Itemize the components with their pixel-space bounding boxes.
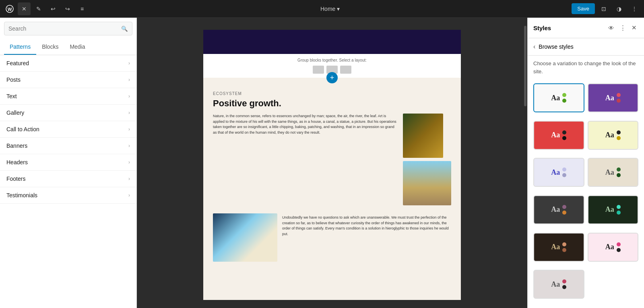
undo-button[interactable]: ↩	[47, 2, 60, 15]
style-card-pink[interactable]: Aa	[588, 233, 639, 262]
chevron-right-icon: ›	[128, 176, 130, 182]
top-bar-center: Home ▾	[90, 6, 570, 12]
tab-patterns[interactable]: Patterns	[4, 39, 36, 55]
list-view-button[interactable]: ≡	[76, 2, 89, 15]
tab-media[interactable]: Media	[64, 39, 91, 55]
style-card-dark-gray[interactable]: Aa	[533, 195, 584, 224]
section-title: Positive growth.	[213, 98, 451, 109]
pattern-item-footers[interactable]: Footers ›	[0, 171, 136, 187]
more-panel-button[interactable]: ⋮	[618, 23, 627, 33]
style-card-yellow[interactable]: Aa	[588, 121, 639, 150]
tab-bar: Patterns Blocks Media	[0, 39, 136, 55]
coast-image	[213, 213, 277, 262]
close-panel-button[interactable]: ✕	[630, 23, 638, 33]
home-link[interactable]: Home ▾	[320, 6, 340, 12]
style-card-gray[interactable]: Aa	[533, 270, 584, 299]
content-section: ECOSYSTEM Positive growth. Nature, in th…	[203, 83, 461, 213]
layout-option-3[interactable]	[340, 66, 351, 74]
pattern-item-testimonials[interactable]: Testimonials ›	[0, 187, 136, 204]
pattern-list: Featured › Posts › Text › Gallery › Call…	[0, 55, 136, 308]
redo-button[interactable]: ↪	[61, 2, 74, 15]
pattern-item-headers[interactable]: Headers ›	[0, 154, 136, 171]
view-toggle-button[interactable]: ⊡	[597, 2, 610, 15]
chevron-right-icon: ›	[128, 143, 130, 149]
chevron-right-icon: ›	[128, 60, 130, 66]
preview-header	[203, 30, 461, 54]
pattern-item-banners[interactable]: Banners ›	[0, 138, 136, 154]
style-card-purple[interactable]: Aa	[588, 83, 639, 112]
wp-logo[interactable]: W	[3, 2, 16, 15]
ecosystem-label: ECOSYSTEM	[213, 91, 451, 96]
body-text: Nature, in the common sense, refers to e…	[213, 114, 398, 205]
style-card-dark-brown[interactable]: Aa	[533, 233, 584, 262]
search-box: 🔍	[4, 22, 132, 35]
section-body: Nature, in the common sense, refers to e…	[213, 114, 451, 205]
style-card-lavender[interactable]: Aa	[533, 158, 584, 187]
add-block-button[interactable]: +	[326, 72, 338, 83]
pattern-item-gallery[interactable]: Gallery ›	[0, 105, 136, 121]
panel-header: Styles 👁 ⋮ ✕	[528, 18, 644, 38]
style-card-default[interactable]: Aa	[533, 83, 584, 112]
chevron-right-icon: ›	[128, 159, 130, 165]
browse-description: Choose a variation to change the look of…	[528, 56, 644, 79]
top-bar: W ✕ ✎ ↩ ↪ ≡ Home ▾ Save ⊡ ◑ ⋮	[0, 0, 644, 18]
forest-image	[403, 114, 443, 158]
search-icon-button[interactable]: 🔍	[117, 23, 132, 35]
style-card-sand[interactable]: Aa	[588, 158, 639, 187]
style-card-red[interactable]: Aa	[533, 121, 584, 150]
bottom-text: Undoubtedly we have no questions to ask …	[282, 213, 451, 262]
chevron-right-icon: ›	[128, 93, 130, 99]
contrast-button[interactable]: ◑	[613, 2, 625, 15]
pattern-item-posts[interactable]: Posts ›	[0, 72, 136, 88]
bottom-section: Undoubtedly we have no questions to ask …	[203, 213, 461, 270]
back-button[interactable]: ‹	[533, 43, 535, 50]
chevron-right-icon: ›	[128, 192, 130, 198]
tab-blocks[interactable]: Blocks	[36, 39, 64, 55]
edit-icon[interactable]: ✎	[32, 2, 45, 15]
page-preview: Group blocks together. Select a layout: …	[203, 30, 461, 300]
style-card-dark-green[interactable]: Aa	[588, 195, 639, 224]
close-button[interactable]: ✕	[18, 2, 31, 15]
browse-styles-title: Browse styles	[539, 43, 573, 50]
chevron-right-icon: ›	[128, 110, 130, 116]
windmill-image	[403, 161, 451, 205]
top-bar-right: Save ⊡ ◑ ⋮	[572, 2, 641, 15]
svg-text:W: W	[8, 7, 12, 12]
panel-header-right: 👁 ⋮ ✕	[607, 23, 638, 33]
main-layout: 🔍 Patterns Blocks Media Featured › Posts…	[0, 18, 644, 308]
group-blocks-text: Group blocks together. Select a layout:	[297, 58, 367, 62]
chevron-right-icon: ›	[128, 77, 130, 83]
browse-styles-header: ‹ Browse styles	[528, 38, 644, 56]
scrollbar-thumb[interactable]	[524, 26, 526, 106]
image-column	[403, 114, 451, 205]
eye-icon-button[interactable]: 👁	[607, 23, 616, 33]
styles-grid: Aa Aa Aa Aa Aa Aa	[528, 79, 644, 308]
search-input[interactable]	[4, 22, 117, 35]
pattern-item-cta[interactable]: Call to Action ›	[0, 121, 136, 138]
chevron-right-icon: ›	[128, 126, 130, 132]
canvas-area[interactable]: Group blocks together. Select a layout: …	[137, 18, 527, 308]
more-options-button[interactable]: ⋮	[628, 2, 641, 15]
pattern-item-featured[interactable]: Featured ›	[0, 55, 136, 72]
layout-option-1[interactable]	[313, 66, 324, 74]
pattern-item-text[interactable]: Text ›	[0, 88, 136, 105]
save-button[interactable]: Save	[572, 3, 595, 14]
right-panel: Styles 👁 ⋮ ✕ ‹ Browse styles Choose a va…	[527, 18, 644, 308]
panel-title: Styles	[533, 25, 551, 31]
left-sidebar: 🔍 Patterns Blocks Media Featured › Posts…	[0, 18, 137, 308]
